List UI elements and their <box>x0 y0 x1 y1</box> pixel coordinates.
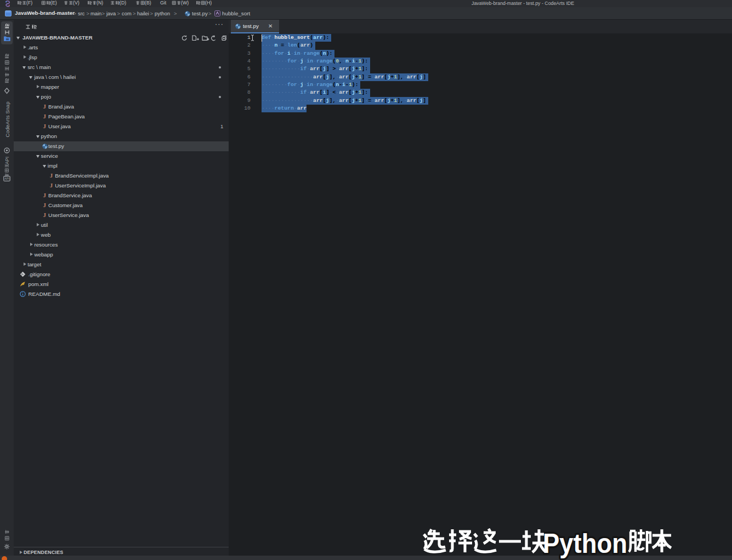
svg-text:Python: Python <box>543 528 627 559</box>
svg-text:API: API <box>4 177 9 180</box>
